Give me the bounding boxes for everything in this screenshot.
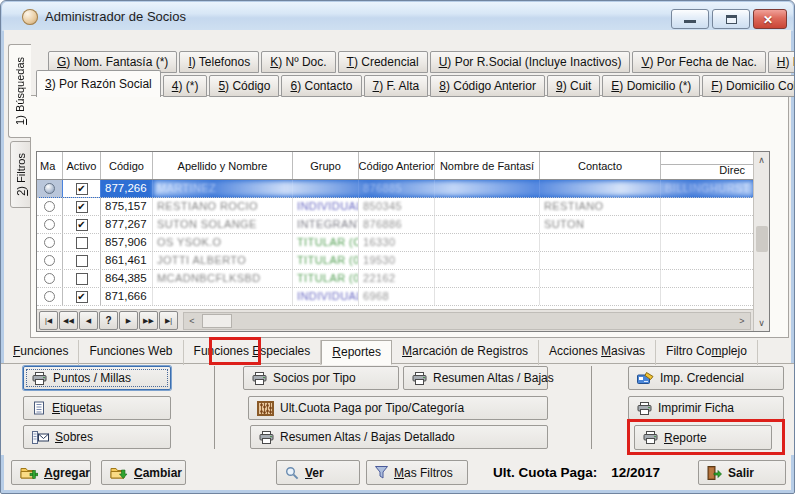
search-tab-r2-8[interactable]: F) Domicilio Cob.	[702, 75, 795, 97]
side-tab-filtros[interactable]: 2) Filtros	[10, 141, 31, 208]
search-tab-r1-1[interactable]: I) Telefonos	[179, 51, 259, 73]
row-active-checkbox[interactable]: ✔	[76, 183, 88, 195]
sobres-button[interactable]: Sobres	[23, 425, 171, 449]
search-tab-r2-1[interactable]: 4) (*)	[163, 75, 208, 97]
scroll-left-icon[interactable]: <	[184, 316, 200, 326]
salir-button[interactable]: Salir	[698, 460, 786, 485]
ult-cuota-paga-label: Ult.Cuota Paga por Tipo/Categoría	[280, 401, 464, 415]
column-header-0[interactable]: Ma	[37, 152, 63, 179]
row-codigo: 871,666	[101, 288, 153, 305]
row-mark-radio[interactable]	[44, 291, 55, 302]
function-tab-reportes[interactable]: Reportes	[321, 340, 392, 365]
maximize-button[interactable]	[712, 9, 750, 29]
imp-credencial-button[interactable]: Imp. Credencial	[628, 366, 784, 390]
row-active-checkbox[interactable]	[76, 237, 88, 249]
row-mark-cell	[37, 252, 63, 269]
function-tab-funciones[interactable]: Funciones	[3, 340, 79, 365]
column-header-2[interactable]: Código	[101, 152, 153, 179]
search-tab-r2-2[interactable]: 5) Código	[209, 75, 279, 97]
function-tab-filtro-complejo[interactable]: Filtro Complejo	[656, 340, 758, 365]
vertical-scroll-thumb[interactable]	[756, 226, 768, 252]
table-row[interactable]: ✔875,157RESTIANO ROCIOINDIVIDUAL850345RE…	[37, 198, 753, 216]
vertical-scrollbar[interactable]: ∧ ∨	[753, 152, 769, 331]
record-nav-help-button[interactable]: ?	[99, 311, 118, 330]
filter-icon	[375, 466, 388, 479]
row-mark-radio[interactable]	[44, 201, 55, 212]
cell-wrap: BILLINGHURST	[661, 180, 753, 197]
search-tab-r1-2[interactable]: K) Nº Doc.	[261, 51, 335, 73]
minimize-button[interactable]	[671, 9, 709, 29]
column-header-1[interactable]: Activo	[63, 152, 101, 179]
horizontal-scroll-thumb[interactable]	[202, 314, 232, 328]
column-header-8[interactable]: Direc	[661, 152, 753, 179]
cambiar-button[interactable]: Cambiar	[101, 460, 186, 485]
record-nav-last-button[interactable]: ▶|	[159, 311, 178, 330]
scroll-up-icon[interactable]: ∧	[754, 152, 769, 168]
resumen-detallado-button[interactable]: Resumen Altas / Bajas Detallado	[250, 425, 548, 449]
table-row[interactable]: ✔877,267SUTON SOLANGEINTEGRANT876886SUTO…	[37, 216, 753, 234]
row-mark-radio[interactable]	[44, 219, 55, 230]
close-button[interactable]: ✕	[753, 9, 787, 29]
ult-cuota-paga-button[interactable]: Ult.Cuota Paga por Tipo/Categoría	[248, 396, 548, 420]
table-row[interactable]: ✔877,266MARTINEZ876885BILLINGHURST	[37, 180, 753, 198]
search-tab-r1-3[interactable]: T) Credencial	[338, 51, 428, 73]
column-header-7[interactable]: Contacto	[540, 152, 661, 179]
search-tab-r2-0[interactable]: 3) Por Razón Social	[36, 70, 161, 97]
table-row[interactable]: 857,906OS YSOK.OTITULAR (C)16330	[37, 234, 753, 252]
search-tabs-row-2: 3) Por Razón Social4) (*)5) Código6) Con…	[36, 73, 795, 97]
socios-por-tipo-button[interactable]: Socios por Tipo	[243, 366, 399, 390]
column-header-5[interactable]: Código Anterior	[359, 152, 435, 179]
row-codigo-anterior: 16330	[363, 236, 396, 248]
imprimir-ficha-button[interactable]: Imprimir Ficha	[628, 396, 784, 420]
row-codigo-anterior: 22162	[363, 272, 396, 284]
side-tab-busquedas[interactable]: 1) Búsquedas	[8, 44, 31, 138]
search-tab-r2-3[interactable]: 6) Contacto	[281, 75, 361, 97]
row-active-checkbox[interactable]: ✔	[76, 201, 88, 213]
table-row[interactable]: 861,461JOTTI ALBERTOTITULAR (0)19530	[37, 252, 753, 270]
record-nav-prev-button[interactable]: ◀	[79, 311, 98, 330]
cell-wrap	[661, 198, 753, 215]
record-nav-fast-back-button[interactable]: ◀◀	[59, 311, 78, 330]
record-nav-fast-forward-button[interactable]: ▶▶	[139, 311, 158, 330]
search-tab-r2-6[interactable]: 9) Cuit	[547, 75, 600, 97]
puntos-millas-button[interactable]: Puntos / Millas	[23, 366, 171, 390]
row-mark-radio[interactable]	[44, 237, 55, 248]
row-active-checkbox[interactable]	[76, 273, 88, 285]
scroll-right-icon[interactable]: >	[734, 316, 750, 326]
row-active-checkbox[interactable]: ✔	[76, 219, 88, 231]
function-tab-marcaci-n-de-registros[interactable]: Marcación de Registros	[392, 340, 539, 365]
table-row[interactable]: ✔871,666INDIVIDUAL6968	[37, 288, 753, 306]
resumen-altas-bajas-button[interactable]: Resumen Altas / Bajas	[403, 366, 548, 390]
function-tab-funciones-web[interactable]: Funciones Web	[79, 340, 183, 365]
reporte-button[interactable]: Reporte	[634, 425, 772, 450]
function-tab-acciones-masivas[interactable]: Acciones Masivas	[539, 340, 656, 365]
horizontal-scrollbar[interactable]: < >	[183, 312, 751, 330]
row-mark-radio[interactable]	[44, 255, 55, 266]
search-tab-r1-5[interactable]: V) Por Fecha de Nac.	[632, 51, 765, 73]
record-nav-next-button[interactable]: ▶	[119, 311, 138, 330]
mas-filtros-button[interactable]: Mas Filtros	[366, 460, 468, 485]
function-tab-funciones-especiales[interactable]: Funciones Especiales	[184, 340, 322, 365]
scroll-down-icon[interactable]: ∨	[754, 315, 769, 331]
cell-wrap: MARTINEZ	[153, 180, 293, 197]
etiquetas-button[interactable]: Etiquetas	[23, 396, 171, 420]
column-header-3[interactable]: Apellido y Nombre	[153, 152, 293, 179]
cell-wrap	[153, 288, 293, 305]
search-tab-r1-6[interactable]: H) Huella Dactilar	[768, 51, 795, 73]
column-header-6[interactable]: Nombre de Fantasí	[435, 152, 540, 179]
table-row[interactable]: 864,385MCADNBCFLKSBDTITULAR (0)22162	[37, 270, 753, 288]
row-mark-cell	[37, 180, 63, 197]
record-nav-first-button[interactable]: |◀	[39, 311, 58, 330]
search-tab-r2-7[interactable]: E) Domicilio (*)	[602, 75, 700, 97]
agregar-button[interactable]: Agregar	[11, 460, 91, 485]
row-mark-radio[interactable]	[44, 273, 55, 284]
row-active-checkbox[interactable]	[76, 255, 88, 267]
column-header-4[interactable]: Grupo	[293, 152, 359, 179]
row-active-checkbox[interactable]: ✔	[76, 291, 88, 303]
row-codigo: 864,385	[101, 270, 153, 287]
row-mark-radio[interactable]	[44, 183, 55, 194]
ver-button[interactable]: Ver	[276, 460, 360, 485]
search-tab-r2-5[interactable]: 8) Código Anterior	[430, 75, 545, 97]
search-tab-r2-4[interactable]: 7) F. Alta	[364, 75, 429, 97]
search-tab-r1-4[interactable]: U) Por R.Social (Incluye Inactivos)	[430, 51, 631, 73]
